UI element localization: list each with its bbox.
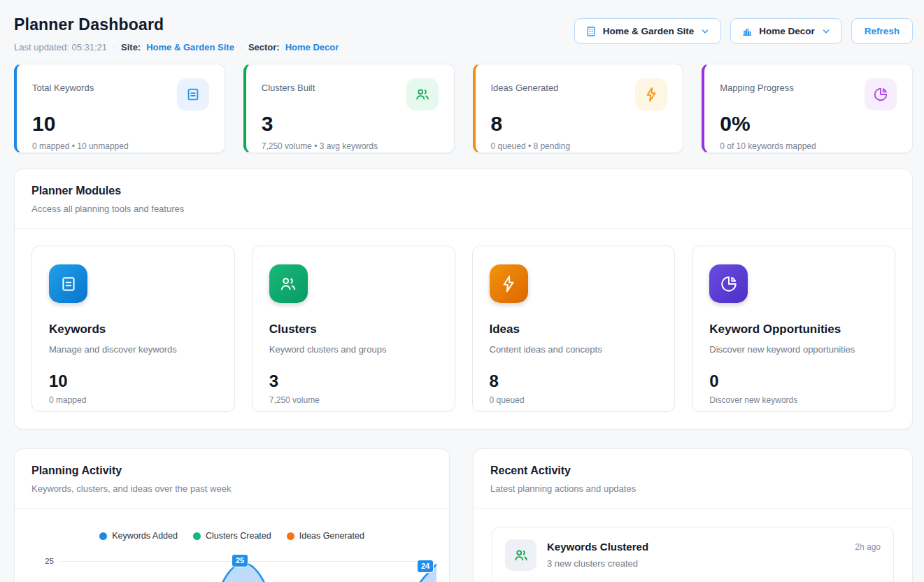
module-caption: 0 queued: [490, 395, 658, 405]
stat-card-ideas-generated: Ideas Generated 8 0 queued • 8 pending: [473, 64, 684, 153]
module-card-ideas[interactable]: Ideas Content ideas and concepts 8 0 que…: [472, 246, 676, 412]
refresh-button[interactable]: Refresh: [851, 18, 913, 44]
activity-timestamp: 2h ago: [855, 542, 881, 552]
users-icon: [269, 264, 308, 303]
module-card-keywords[interactable]: Keywords Manage and discover keywords 10…: [31, 246, 235, 412]
legend-dot-orange: [287, 532, 294, 540]
module-caption: 7,250 volume: [269, 395, 438, 405]
chart-plot-area: 25 25 24: [29, 546, 435, 582]
sector-dropdown-label: Home Decor: [759, 26, 815, 36]
modules-grid: Keywords Manage and discover keywords 10…: [15, 229, 912, 429]
recent-activity-list: Keywords Clustered 3 new clusters create…: [474, 509, 912, 582]
planning-activity-chart: Keywords Added Clusters Created Ideas Ge…: [15, 509, 449, 582]
module-value: 10: [49, 371, 218, 391]
document-icon: [177, 78, 209, 111]
module-title: Ideas: [490, 322, 658, 336]
legend-label: Keywords Added: [112, 531, 178, 541]
module-title: Keyword Opportunities: [709, 322, 878, 336]
stat-label: Clusters Built: [262, 78, 315, 93]
legend-label: Ideas Generated: [299, 531, 364, 541]
site-label: Site:: [121, 42, 141, 52]
data-point-label: 25: [232, 555, 248, 567]
users-icon: [505, 539, 536, 571]
sector-label: Sector:: [248, 42, 280, 52]
last-updated-text: Last updated: 05:31:21: [14, 42, 107, 52]
pie-chart-icon: [865, 78, 897, 111]
bottom-row: Planning Activity Keywords, clusters, an…: [14, 430, 913, 582]
stat-value: 10: [32, 112, 209, 135]
activity-item-text: Keywords Clustered 3 new clusters create…: [547, 539, 648, 582]
site-dropdown-label: Home & Garden Site: [603, 26, 695, 36]
site-dropdown[interactable]: Home & Garden Site: [574, 18, 722, 44]
document-icon: [49, 264, 87, 303]
panel-subtitle: Latest planning actions and updates: [490, 483, 895, 494]
stats-row: Total Keywords 10 0 mapped • 10 unmapped…: [14, 64, 913, 153]
module-description: Manage and discover keywords: [49, 344, 218, 355]
stat-card-mapping-progress: Mapping Progress 0% 0 of 10 keywords map…: [702, 64, 913, 153]
stat-value: 8: [491, 112, 668, 135]
legend-dot-blue: [99, 532, 107, 540]
data-point-label: 24: [418, 560, 433, 572]
stat-label: Total Keywords: [32, 78, 94, 93]
planner-dashboard-page: Planner Dashboard Last updated: 05:31:21…: [0, 0, 924, 582]
module-description: Discover new keyword opportunities: [709, 344, 878, 355]
page-header-left: Planner Dashboard Last updated: 05:31:21…: [14, 15, 339, 52]
module-card-clusters[interactable]: Clusters Keyword clusters and groups 3 7…: [252, 246, 455, 412]
module-description: Keyword clusters and groups: [269, 344, 438, 355]
legend-dot-green: [193, 532, 201, 540]
users-icon: [406, 78, 439, 111]
activity-item-keywords-clustered[interactable]: Keywords Clustered 3 new clusters create…: [492, 527, 894, 582]
stat-label: Mapping Progress: [720, 78, 794, 93]
recent-activity-panel: Recent Activity Latest planning actions …: [473, 448, 913, 582]
dot-separator: ·: [113, 43, 115, 52]
chevron-down-icon: [821, 27, 831, 36]
page-header: Planner Dashboard Last updated: 05:31:21…: [14, 15, 913, 52]
dot-separator: ·: [240, 43, 243, 52]
module-value: 8: [490, 371, 658, 391]
module-title: Clusters: [269, 322, 438, 336]
stat-value: 3: [262, 112, 439, 135]
module-caption: Discover new keywords: [709, 395, 878, 405]
page-title: Planner Dashboard: [14, 15, 339, 34]
site-link[interactable]: Home & Garden Site: [146, 42, 234, 52]
page-subtitle: Last updated: 05:31:21 · Site: Home & Ga…: [14, 42, 339, 52]
header-actions: Home & Garden Site Home Decor Refresh: [574, 18, 913, 44]
activity-description: 3 new clusters created: [547, 558, 648, 569]
module-value: 3: [269, 371, 438, 391]
activity-title: Keywords Clustered: [547, 541, 648, 553]
stat-value: 0%: [720, 112, 897, 135]
legend-item-keywords-added: Keywords Added: [99, 531, 178, 541]
stat-card-clusters-built: Clusters Built 3 7,250 volume • 3 avg ke…: [243, 64, 455, 153]
sector-link[interactable]: Home Decor: [285, 42, 339, 52]
legend-item-clusters-created: Clusters Created: [193, 531, 271, 541]
pie-chart-icon: [709, 264, 748, 303]
legend-item-ideas-generated: Ideas Generated: [287, 531, 364, 541]
panel-subtitle: Keywords, clusters, and ideas over the p…: [31, 483, 432, 494]
building-icon: [585, 26, 597, 37]
stat-caption: 0 mapped • 10 unmapped: [32, 141, 209, 151]
stat-card-total-keywords: Total Keywords 10 0 mapped • 10 unmapped: [14, 64, 225, 153]
planning-activity-panel: Planning Activity Keywords, clusters, an…: [14, 448, 450, 582]
panel-title: Planning Activity: [31, 464, 432, 477]
stat-caption: 0 of 10 keywords mapped: [720, 141, 897, 151]
module-caption: 0 mapped: [49, 395, 218, 405]
panel-title: Recent Activity: [490, 464, 895, 477]
planning-activity-header: Planning Activity Keywords, clusters, an…: [15, 449, 449, 509]
sector-dropdown[interactable]: Home Decor: [730, 18, 842, 44]
panel-title: Planner Modules: [31, 185, 895, 197]
bolt-icon: [635, 78, 667, 111]
stat-label: Ideas Generated: [491, 78, 559, 93]
panel-subtitle: Access all planning tools and features: [31, 204, 895, 214]
module-title: Keywords: [49, 322, 218, 336]
bar-chart-icon: [741, 26, 753, 37]
planner-modules-header: Planner Modules Access all planning tool…: [15, 169, 912, 229]
stat-caption: 0 queued • 8 pending: [491, 141, 668, 151]
legend-label: Clusters Created: [206, 531, 271, 541]
planner-modules-panel: Planner Modules Access all planning tool…: [14, 169, 913, 430]
module-value: 0: [709, 371, 878, 391]
module-card-keyword-opportunities[interactable]: Keyword Opportunities Discover new keywo…: [692, 246, 895, 412]
recent-activity-header: Recent Activity Latest planning actions …: [474, 449, 912, 509]
bolt-icon: [490, 264, 528, 303]
stat-caption: 7,250 volume • 3 avg keywords: [262, 141, 439, 151]
chart-legend: Keywords Added Clusters Created Ideas Ge…: [29, 531, 435, 541]
